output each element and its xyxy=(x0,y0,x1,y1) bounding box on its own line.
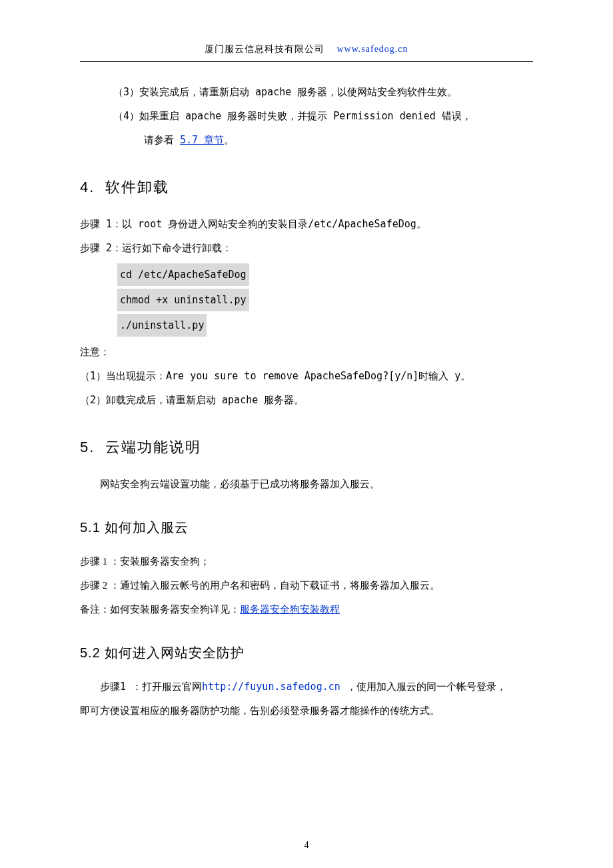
code-line: chmod +x uninstall.py xyxy=(117,289,249,311)
document-page: 厦门服云信息科技有限公司 www.safedog.cn （3）安装完成后，请重新… xyxy=(0,0,613,868)
uninstall-code-block: cd /etc/ApacheSafeDog chmod +x uninstall… xyxy=(80,262,533,338)
page-header: 厦门服云信息科技有限公司 www.safedog.cn xyxy=(80,40,533,59)
enter-step-1-cont: 即可方便设置相应的服务器防护功能，告别必须登录服务器才能操作的传统方式。 xyxy=(80,701,533,721)
heading-uninstall: 4.软件卸载 xyxy=(80,173,533,202)
enter-step-1: 步骤1 ：打开服云官网http://fuyun.safedog.cn ，使用加入… xyxy=(80,677,533,697)
install-note-3: （3）安装完成后，请重新启动 apache 服务器，以使网站安全狗软件生效。 xyxy=(80,82,533,102)
heading-number: 4. xyxy=(80,173,105,202)
remark-prefix: 备注：如何安装服务器安全狗详见： xyxy=(80,604,240,615)
step1-suffix: ，使用加入服云的同一个帐号登录， xyxy=(340,681,506,693)
uninstall-note-2: （2）卸载完成后，请重新启动 apache 服务器。 xyxy=(80,390,533,410)
heading-text: 软件卸载 xyxy=(105,179,169,195)
join-step-2: 步骤 2 ：通过输入服云帐号的用户名和密码，自动下载证书，将服务器加入服云。 xyxy=(80,575,533,595)
code-line: cd /etc/ApacheSafeDog xyxy=(117,263,249,286)
page-number: 4 xyxy=(0,836,613,855)
install-tutorial-link[interactable]: 服务器安全狗安装教程 xyxy=(240,604,340,615)
fuyun-url[interactable]: http://fuyun.safedog.cn xyxy=(202,681,340,693)
heading-join-cloud: 5.1 如何加入服云 xyxy=(80,514,533,541)
install-note-4-line2: 请参看 5.7 章节。 xyxy=(80,130,533,150)
uninstall-step-1: 步骤 1：以 root 身份进入网站安全狗的安装目录/etc/ApacheSaf… xyxy=(80,214,533,234)
heading-text: 云端功能说明 xyxy=(105,439,201,455)
company-url[interactable]: www.safedog.cn xyxy=(336,44,408,54)
uninstall-step-2: 步骤 2：运行如下命令进行卸载： xyxy=(80,238,533,258)
install-note-4-line1: （4）如果重启 apache 服务器时失败，并提示 Permission den… xyxy=(80,106,533,126)
heading-number: 5. xyxy=(80,433,105,462)
chapter-link[interactable]: 5.7 章节 xyxy=(180,134,224,146)
code-line: ./uninstall.py xyxy=(117,314,207,337)
see-suffix: 。 xyxy=(224,134,234,146)
step1-prefix: 步骤1 ：打开服云官网 xyxy=(100,681,202,693)
company-name: 厦门服云信息科技有限公司 xyxy=(205,44,324,54)
join-step-1: 步骤 1 ：安装服务器安全狗； xyxy=(80,551,533,571)
cloud-intro: 网站安全狗云端设置功能，必须基于已成功将服务器加入服云。 xyxy=(80,474,533,494)
see-prefix: 请参看 xyxy=(144,134,180,146)
uninstall-note-1: （1）当出现提示：Are you sure to remove ApacheSa… xyxy=(80,366,533,386)
heading-enter-protection: 5.2 如何进入网站安全防护 xyxy=(80,639,533,666)
heading-cloud: 5.云端功能说明 xyxy=(80,433,533,462)
header-divider xyxy=(80,61,533,62)
join-remark: 备注：如何安装服务器安全狗详见：服务器安全狗安装教程 xyxy=(80,599,533,619)
note-label: 注意： xyxy=(80,342,533,362)
